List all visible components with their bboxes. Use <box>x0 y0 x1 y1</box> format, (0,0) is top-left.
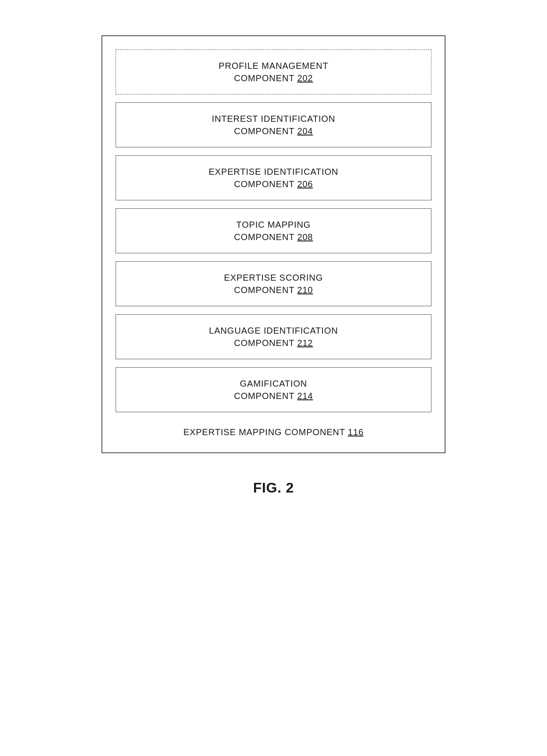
topic-mapping-label: TOPIC MAPPING COMPONENT 208 <box>234 218 313 243</box>
language-identification-line2: COMPONENT <box>234 338 295 348</box>
gamification-label: GAMIFICATION COMPONENT 214 <box>234 377 313 402</box>
gamification-box: GAMIFICATION COMPONENT 214 <box>116 367 431 412</box>
figure-caption: FIG. 2 <box>253 480 294 496</box>
expertise-identification-line2: COMPONENT <box>234 179 295 189</box>
topic-mapping-number: 208 <box>297 232 313 242</box>
expertise-scoring-line2: COMPONENT <box>234 285 295 295</box>
profile-management-label: PROFILE MANAGEMENT COMPONENT 202 <box>219 60 329 84</box>
interest-identification-box: INTEREST IDENTIFICATION COMPONENT 204 <box>116 102 431 147</box>
interest-identification-number: 204 <box>297 126 313 136</box>
profile-management-box: PROFILE MANAGEMENT COMPONENT 202 <box>116 49 431 94</box>
expertise-scoring-label: EXPERTISE SCORING COMPONENT 210 <box>224 271 323 296</box>
topic-mapping-box: TOPIC MAPPING COMPONENT 208 <box>116 208 431 253</box>
expertise-mapping-number: 116 <box>348 427 364 437</box>
language-identification-box: LANGUAGE IDENTIFICATION COMPONENT 212 <box>116 314 431 359</box>
language-identification-label: LANGUAGE IDENTIFICATION COMPONENT 212 <box>209 324 338 349</box>
interest-identification-line2: COMPONENT <box>234 126 295 136</box>
expertise-identification-number: 206 <box>297 179 313 189</box>
expertise-scoring-number: 210 <box>297 285 313 295</box>
profile-management-line2: COMPONENT <box>234 73 295 83</box>
outer-container: PROFILE MANAGEMENT COMPONENT 202 INTERES… <box>101 35 446 453</box>
interest-identification-label: INTEREST IDENTIFICATION COMPONENT 204 <box>212 113 335 137</box>
topic-mapping-line2: COMPONENT <box>234 232 295 242</box>
expertise-scoring-box: EXPERTISE SCORING COMPONENT 210 <box>116 261 431 306</box>
expertise-mapping-text: EXPERTISE MAPPING COMPONENT <box>184 427 345 437</box>
language-identification-number: 212 <box>297 338 313 348</box>
gamification-line2: COMPONENT <box>234 391 295 401</box>
expertise-identification-box: EXPERTISE IDENTIFICATION COMPONENT 206 <box>116 155 431 200</box>
profile-management-number: 202 <box>297 73 313 83</box>
expertise-identification-label: EXPERTISE IDENTIFICATION COMPONENT 206 <box>209 165 338 190</box>
inner-components: PROFILE MANAGEMENT COMPONENT 202 INTERES… <box>116 49 431 412</box>
gamification-number: 214 <box>297 391 313 401</box>
expertise-mapping-label: EXPERTISE MAPPING COMPONENT 116 <box>116 423 431 439</box>
